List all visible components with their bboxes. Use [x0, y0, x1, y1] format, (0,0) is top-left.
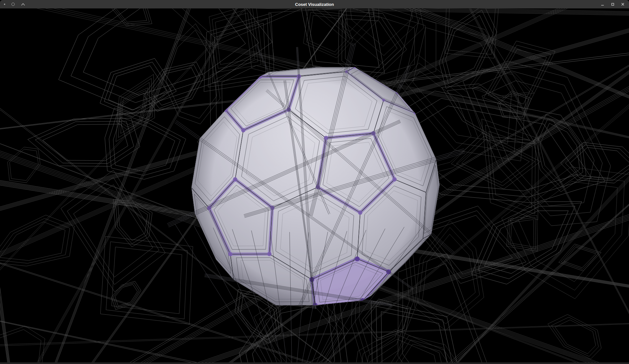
viewport-3d[interactable] [0, 8, 629, 364]
scene-canvas[interactable] [0, 8, 629, 364]
app-window: Coset Visualization [0, 0, 629, 364]
chevron-up-icon[interactable] [21, 3, 25, 6]
window-bottom-edge [0, 362, 629, 364]
minimize-button[interactable] [599, 1, 606, 8]
minimize-icon [601, 2, 604, 6]
titlebar-left-icons [4, 0, 25, 8]
window-title: Coset Visualization [295, 0, 334, 8]
app-indicator-dot-icon [4, 4, 5, 5]
close-icon [621, 2, 625, 6]
titlebar[interactable]: Coset Visualization [0, 0, 629, 8]
record-circle-icon[interactable] [11, 3, 15, 6]
maximize-button[interactable] [609, 1, 616, 8]
window-controls [599, 0, 626, 8]
maximize-icon [611, 2, 615, 6]
close-button[interactable] [619, 1, 626, 8]
